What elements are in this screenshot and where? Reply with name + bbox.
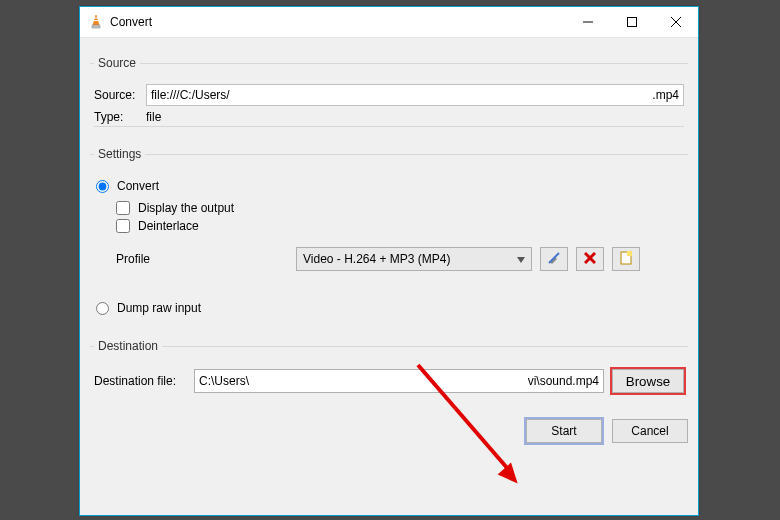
close-button[interactable] — [654, 7, 698, 37]
destination-path-right: vi\sound.mp4 — [528, 374, 599, 388]
svg-rect-3 — [92, 25, 100, 28]
new-doc-icon — [620, 251, 632, 268]
convert-dialog: Convert Source Source: file:///C:/Users/… — [79, 6, 699, 516]
display-output-label: Display the output — [138, 201, 234, 215]
svg-rect-5 — [628, 18, 637, 27]
browse-button[interactable]: Browse — [612, 369, 684, 393]
new-profile-button[interactable] — [612, 247, 640, 271]
type-value: file — [146, 110, 161, 124]
svg-line-7 — [671, 17, 681, 27]
profile-label: Profile — [116, 252, 296, 266]
destination-input[interactable]: C:\Users\ vi\sound.mp4 — [194, 369, 604, 393]
start-button-label: Start — [551, 424, 576, 438]
source-group-label: Source — [94, 56, 140, 70]
svg-rect-2 — [94, 20, 98, 21]
maximize-button[interactable] — [610, 7, 654, 37]
convert-radio[interactable]: Convert — [94, 179, 684, 193]
delete-profile-button[interactable] — [576, 247, 604, 271]
start-button[interactable]: Start — [526, 419, 602, 443]
dialog-buttons: Start Cancel — [90, 419, 688, 443]
svg-rect-13 — [627, 251, 632, 256]
annotation-arrow-head — [498, 463, 525, 490]
cancel-button-label: Cancel — [631, 424, 668, 438]
destination-group-label: Destination — [94, 339, 162, 353]
edit-profile-button[interactable] — [540, 247, 568, 271]
minimize-button[interactable] — [566, 7, 610, 37]
display-output-input[interactable] — [116, 201, 130, 215]
display-output-checkbox[interactable]: Display the output — [116, 201, 684, 215]
source-path-left: file:///C:/Users/ — [151, 88, 230, 102]
source-label: Source: — [94, 88, 146, 102]
source-path-right: .mp4 — [652, 88, 679, 102]
deinterlace-input[interactable] — [116, 219, 130, 233]
deinterlace-checkbox[interactable]: Deinterlace — [116, 219, 684, 233]
svg-marker-8 — [517, 257, 525, 263]
deinterlace-label: Deinterlace — [138, 219, 199, 233]
profile-select[interactable]: Video - H.264 + MP3 (MP4) — [296, 247, 532, 271]
convert-radio-label: Convert — [117, 179, 159, 193]
destination-label: Destination file: — [94, 374, 194, 388]
cancel-button[interactable]: Cancel — [612, 419, 688, 443]
window-title: Convert — [110, 15, 152, 29]
destination-path-left: C:\Users\ — [199, 374, 528, 388]
settings-group: Settings Convert Display the output Dein… — [90, 147, 688, 327]
type-label: Type: — [94, 110, 146, 124]
source-group: Source Source: file:///C:/Users/ .mp4 Ty… — [90, 56, 688, 135]
app-icon — [88, 14, 104, 30]
dump-raw-radio[interactable]: Dump raw input — [94, 301, 684, 315]
dump-raw-label: Dump raw input — [117, 301, 201, 315]
source-path-input[interactable]: file:///C:/Users/ .mp4 — [146, 84, 684, 106]
destination-group: Destination Destination file: C:\Users\ … — [90, 339, 688, 403]
svg-rect-1 — [95, 18, 98, 19]
profile-value: Video - H.264 + MP3 (MP4) — [303, 252, 451, 266]
chevron-down-icon — [517, 252, 525, 266]
titlebar: Convert — [80, 7, 698, 38]
settings-group-label: Settings — [94, 147, 145, 161]
svg-line-6 — [671, 17, 681, 27]
dump-raw-radio-input[interactable] — [96, 302, 109, 315]
delete-x-icon — [584, 252, 596, 267]
wrench-icon — [547, 251, 561, 268]
convert-radio-input[interactable] — [96, 180, 109, 193]
